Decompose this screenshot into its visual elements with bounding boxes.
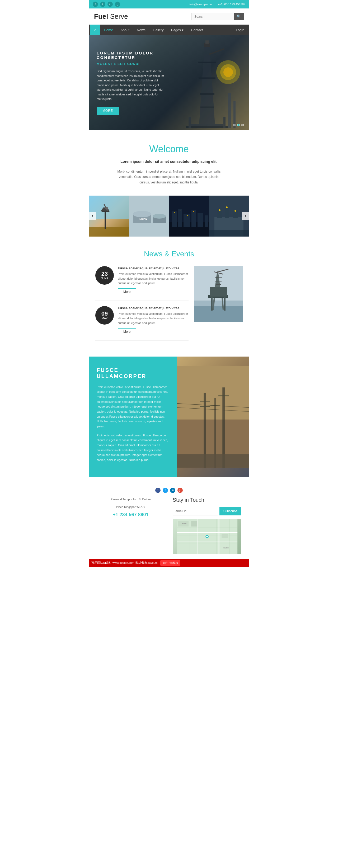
svg-rect-63 [211, 297, 212, 311]
gallery-next-button[interactable]: › [242, 212, 249, 220]
header: Fuel Serve 🔍 [89, 8, 249, 25]
twitter-icon-top[interactable]: t [100, 2, 105, 7]
cta-section: FUSCE ULLAMCORPER Proin euismod vehicula… [89, 356, 249, 477]
svg-rect-64 [224, 297, 226, 311]
news-heading-1: Fusce scelerisque sit amet justo vitae [118, 266, 189, 270]
logo-bold: Fuel [94, 12, 108, 20]
nav-item-news[interactable]: News [133, 25, 149, 35]
footer-address-line2: Place Kingsport 56777 [97, 504, 165, 509]
footer-stay-in-touch: Stay in Touch Subscribe [173, 497, 241, 554]
slider-dot-2[interactable] [237, 124, 240, 126]
nav-home-icon[interactable]: ⌂ [90, 25, 100, 35]
svg-point-44 [193, 211, 194, 212]
map-placeholder: Porto Madrid [173, 519, 241, 554]
svg-rect-40 [205, 215, 208, 227]
footer-twitter-icon[interactable]: t [163, 488, 168, 493]
svg-rect-6 [205, 40, 209, 43]
cta-text-1: Proin euismod vehicula vestibulum. Fusce… [97, 384, 169, 429]
news-section: News & Events 23 JUNE Fusce scelerisque … [89, 237, 249, 356]
nav-item-contact[interactable]: Contact [187, 25, 206, 35]
phone-top: (+1) 000 123 456789 [218, 3, 245, 6]
hero-rig-illustration [170, 40, 244, 130]
news-content-1: Fusce scelerisque sit amet justo vitae P… [118, 266, 189, 295]
svg-point-41 [174, 212, 175, 213]
svg-rect-70 [177, 366, 249, 420]
svg-rect-10 [224, 117, 226, 128]
news-more-button-1[interactable]: More [118, 288, 136, 295]
cta-background-image [177, 356, 249, 477]
svg-text:INDIAN: INDIAN [139, 218, 147, 220]
news-main-image [194, 266, 243, 322]
svg-rect-11 [228, 93, 231, 128]
footer-contact: Elusmod Tempor Inc. St Dolore Place King… [97, 497, 165, 554]
footer-address-line1: Elusmod Tempor Inc. St Dolore [97, 497, 165, 502]
svg-rect-80 [177, 454, 249, 468]
svg-rect-39 [198, 213, 203, 227]
news-day-2: 09 [101, 311, 108, 317]
welcome-title: Welcome [99, 144, 239, 155]
news-list: 23 JUNE Fusce scelerisque sit amet justo… [95, 266, 189, 346]
watermark-badge[interactable]: 前往下载模板 [160, 560, 180, 566]
hero-more-button[interactable]: More [97, 107, 119, 115]
slider-dot-1[interactable] [233, 124, 236, 126]
night-city-icon [169, 195, 209, 237]
svg-rect-19 [89, 227, 129, 237]
email-top: info@example.com [189, 3, 214, 6]
svg-rect-20 [105, 212, 106, 229]
footer-linkedin-icon[interactable]: in [170, 488, 175, 493]
footer-social-icons: f t in g+ [97, 488, 241, 493]
svg-point-24 [105, 207, 108, 210]
svg-rect-5 [204, 43, 210, 47]
svg-rect-13 [209, 48, 225, 55]
svg-rect-9 [189, 117, 191, 128]
logo-light: Serve [108, 12, 128, 20]
news-title: News & Events [95, 250, 243, 258]
svg-marker-0 [199, 46, 215, 125]
linkedin-icon-top[interactable]: in [107, 2, 113, 7]
nav-item-home[interactable]: Home [100, 25, 117, 35]
instagram-icon-top[interactable]: g [115, 2, 120, 7]
welcome-text: Morbi condimentum imperdiet placerat. Nu… [116, 169, 222, 185]
footer: f t in g+ Elusmod Tempor Inc. St Dolore … [89, 477, 249, 559]
svg-point-51 [226, 207, 228, 208]
footer-googleplus-icon[interactable]: g+ [177, 488, 183, 493]
search-box[interactable]: 🔍 [192, 13, 244, 20]
svg-rect-53 [209, 230, 249, 237]
gallery-prev-button[interactable]: ‹ [89, 212, 96, 220]
logo[interactable]: Fuel Serve [94, 12, 128, 21]
nav-login[interactable]: Login [232, 25, 248, 35]
news-date-1: 23 JUNE [95, 266, 114, 285]
nav-item-pages[interactable]: Pages ▾ [167, 25, 187, 35]
nav-item-gallery[interactable]: Gallery [149, 25, 167, 35]
watermark-bar: 万用网站UI素材 www.design.com 素材/模板/layouts 前往… [89, 559, 249, 567]
welcome-lead: Lorem ipsum dolor sit amet consectetur a… [116, 159, 222, 165]
search-button[interactable]: 🔍 [234, 13, 244, 20]
email-subscribe-form: Subscribe [173, 507, 241, 516]
gallery-item-3[interactable] [169, 195, 209, 237]
social-icons-top: f t in g [93, 2, 120, 7]
svg-point-43 [187, 215, 188, 216]
news-more-button-2[interactable]: More [118, 328, 136, 335]
svg-rect-38 [192, 210, 196, 227]
svg-point-42 [180, 210, 181, 210]
footer-facebook-icon[interactable]: f [155, 488, 161, 493]
nav-item-about[interactable]: About [117, 25, 133, 35]
email-subscribe-input[interactable] [173, 507, 218, 516]
svg-point-52 [235, 210, 236, 212]
search-input[interactable] [192, 13, 234, 20]
svg-text:Porto: Porto [182, 523, 187, 524]
news-day-1: 23 [101, 271, 108, 277]
oil-platform-image [194, 266, 243, 322]
main-nav: ⌂ Home About News Gallery Pages ▾ Contac… [89, 25, 249, 35]
svg-rect-95 [222, 534, 228, 538]
news-container: 23 JUNE Fusce scelerisque sit amet justo… [95, 266, 243, 346]
slider-dot-3[interactable] [241, 124, 244, 126]
subscribe-button[interactable]: Subscribe [219, 507, 241, 516]
gallery-item-2[interactable]: INDIAN [129, 195, 169, 237]
svg-rect-77 [218, 395, 229, 396]
top-bar: f t in g info@example.com (+1) 000 123 4… [89, 0, 249, 8]
svg-rect-1 [198, 62, 216, 63]
storage-tanks-icon: INDIAN [129, 195, 169, 237]
facebook-icon-top[interactable]: f [93, 2, 98, 7]
svg-rect-3 [200, 93, 214, 95]
